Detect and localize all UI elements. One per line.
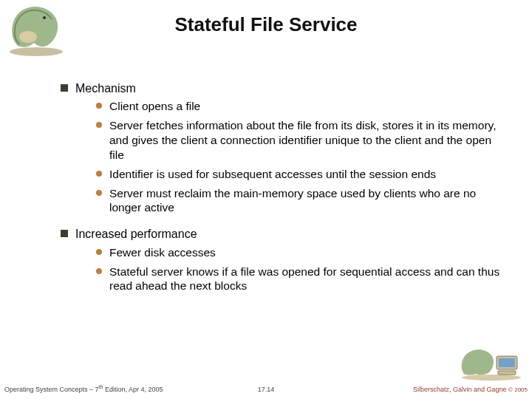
bullet-text: Fewer disk accesses xyxy=(109,245,502,260)
disc-bullet-icon xyxy=(96,103,102,109)
bullet-text: Identifier is used for subsequent access… xyxy=(109,167,502,182)
footer-right: Silberschatz, Galvin and Gagne © 2005 xyxy=(413,386,528,393)
disc-bullet-icon xyxy=(96,171,102,177)
bullet-level2: Client opens a file xyxy=(96,99,502,114)
svg-rect-5 xyxy=(499,358,515,367)
disc-bullet-icon xyxy=(96,268,102,274)
square-bullet-icon xyxy=(61,230,68,237)
slide-footer: Operating System Concepts – 7th Edition,… xyxy=(0,380,532,395)
slide-content: Mechanism Client opens a file Server fet… xyxy=(61,81,502,301)
square-bullet-icon xyxy=(61,84,68,92)
bullet-text: Increased performance xyxy=(75,227,502,242)
bullet-text: Mechanism xyxy=(75,81,502,96)
bullet-level2: Server must reclaim the main-memory spac… xyxy=(96,186,502,216)
bullet-text: Server must reclaim the main-memory spac… xyxy=(109,186,502,216)
slide-title: Stateful File Service xyxy=(0,13,532,36)
dinosaur-computer-icon xyxy=(458,346,525,381)
bullet-level2: Stateful server knows if a file was open… xyxy=(96,265,502,294)
footer-copyright: © 2005 xyxy=(508,386,528,393)
bullet-level1: Mechanism Client opens a file Server fet… xyxy=(61,81,502,219)
footer-authors: Silberschatz, Galvin and Gagne xyxy=(413,386,508,393)
slide: Stateful File Service Mechanism Client o… xyxy=(0,0,532,399)
bullet-text: Stateful server knows if a file was open… xyxy=(109,265,502,294)
disc-bullet-icon xyxy=(96,190,102,196)
bullet-text: Client opens a file xyxy=(109,99,502,114)
svg-point-0 xyxy=(10,47,63,56)
bullet-level2: Identifier is used for subsequent access… xyxy=(96,167,502,182)
bullet-level2: Fewer disk accesses xyxy=(96,245,502,260)
svg-rect-6 xyxy=(498,371,516,375)
bullet-text: Server fetches information about the fil… xyxy=(109,118,502,162)
bullet-level1: Increased performance Fewer disk accesse… xyxy=(61,227,502,298)
disc-bullet-icon xyxy=(96,122,102,128)
bullet-level2: Server fetches information about the fil… xyxy=(96,118,502,162)
disc-bullet-icon xyxy=(96,249,102,255)
